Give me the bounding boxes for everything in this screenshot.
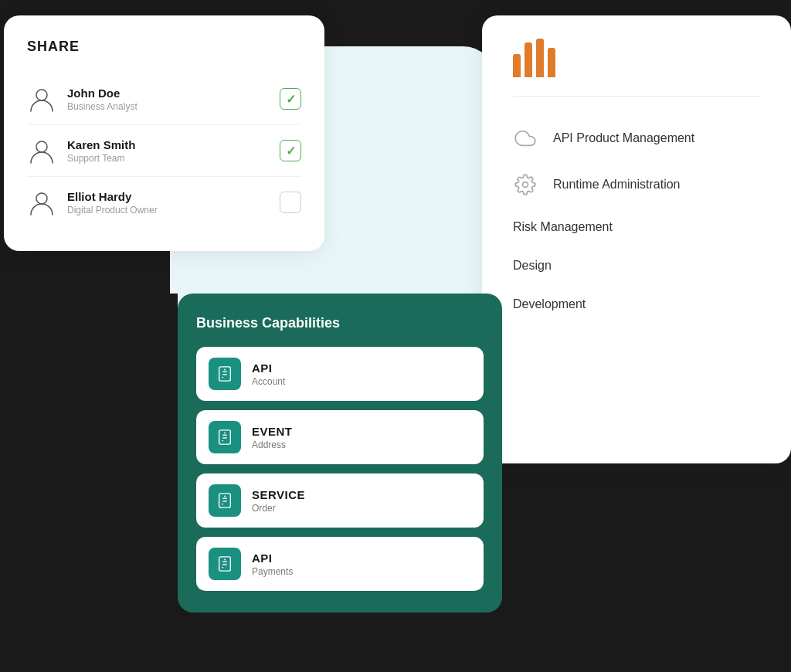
svg-point-15 <box>222 504 223 505</box>
capability-icon-box <box>209 548 241 580</box>
user-checkbox[interactable] <box>280 192 301 213</box>
plain-nav-items: Risk ManagementDesignDevelopment <box>513 208 760 324</box>
svg-point-1 <box>36 141 47 152</box>
user-info: Elliot Hardy Digital Product Owner <box>67 190 280 216</box>
nav-item-plain-1[interactable]: Design <box>513 246 760 285</box>
cap-title: API <box>252 552 293 565</box>
user-checkbox[interactable]: ✓ <box>280 88 301 110</box>
user-list: John Doe Business Analyst ✓ Karen Smith … <box>27 73 301 228</box>
user-row[interactable]: Elliot Hardy Digital Product Owner <box>27 177 301 228</box>
bar-chart <box>513 39 760 77</box>
chart-bar <box>536 39 544 77</box>
cap-sub: Order <box>252 503 305 514</box>
capability-item[interactable]: SERVICE Order <box>196 473 484 528</box>
svg-point-19 <box>222 567 223 568</box>
nav-item-plain-0[interactable]: Risk Management <box>513 208 760 246</box>
svg-rect-16 <box>219 557 231 571</box>
avatar-icon <box>27 136 56 165</box>
nav-divider <box>513 96 760 97</box>
check-mark: ✓ <box>286 144 296 158</box>
user-info: Karen Smith Support Team <box>67 138 280 164</box>
user-role: Support Team <box>67 153 280 164</box>
avatar-icon <box>27 188 56 217</box>
capability-icon-box <box>209 484 241 517</box>
nav-panel: API Product Management Runtime Administr… <box>482 15 791 463</box>
cap-sub: Address <box>252 440 293 450</box>
user-role: Digital Product Owner <box>67 205 280 216</box>
share-card: SHARE John Doe Business Analyst ✓ <box>4 15 324 251</box>
avatar-icon <box>27 84 56 114</box>
capability-info: SERVICE Order <box>252 488 305 514</box>
chart-bar <box>513 54 521 77</box>
capability-item[interactable]: API Payments <box>196 537 484 591</box>
cap-sub: Account <box>252 376 285 387</box>
svg-rect-8 <box>219 430 231 444</box>
capabilities-title: Business Capabilities <box>196 315 484 331</box>
user-name: Karen Smith <box>67 138 280 151</box>
capability-info: API Account <box>252 361 285 387</box>
svg-point-2 <box>36 193 47 204</box>
cap-title: API <box>252 361 285 375</box>
user-row[interactable]: John Doe Business Analyst ✓ <box>27 73 301 125</box>
cloud-icon <box>513 126 538 151</box>
svg-point-0 <box>36 90 47 100</box>
settings-icon <box>513 172 538 197</box>
user-info: John Doe Business Analyst <box>67 87 280 112</box>
user-name: John Doe <box>67 87 280 100</box>
nav-label-api-product: API Product Management <box>553 131 694 145</box>
check-mark: ✓ <box>286 92 296 107</box>
cap-title: EVENT <box>252 425 293 438</box>
svg-point-11 <box>222 440 223 442</box>
nav-item-api[interactable]: API Product Management <box>513 115 760 161</box>
capability-info: EVENT Address <box>252 425 293 450</box>
chart-bar <box>548 48 555 77</box>
nav-item-plain-2[interactable]: Development <box>513 285 760 324</box>
cap-title: SERVICE <box>252 488 305 501</box>
capabilities-list: API Account EVENT Address <box>196 347 484 591</box>
user-row[interactable]: Karen Smith Support Team ✓ <box>27 125 301 177</box>
chart-bar <box>525 42 532 77</box>
scene: SHARE John Doe Business Analyst ✓ <box>0 0 791 672</box>
share-title: SHARE <box>27 39 301 55</box>
capability-item[interactable]: API Account <box>196 347 484 401</box>
black-left <box>0 294 178 672</box>
capability-icon-box <box>209 421 241 453</box>
capability-icon-box <box>209 358 241 390</box>
capability-item[interactable]: EVENT Address <box>196 410 484 464</box>
user-role: Business Analyst <box>67 101 280 112</box>
nav-item-runtime[interactable]: Runtime Administration <box>513 161 760 208</box>
capability-info: API Payments <box>252 552 293 577</box>
user-name: Elliot Hardy <box>67 190 280 203</box>
nav-label-runtime: Runtime Administration <box>553 178 681 192</box>
user-checkbox[interactable]: ✓ <box>280 140 301 161</box>
svg-point-7 <box>222 377 223 378</box>
cap-sub: Payments <box>252 566 293 577</box>
svg-point-3 <box>523 182 528 188</box>
svg-rect-12 <box>219 494 231 507</box>
capabilities-card: Business Capabilities API Account <box>178 294 502 613</box>
